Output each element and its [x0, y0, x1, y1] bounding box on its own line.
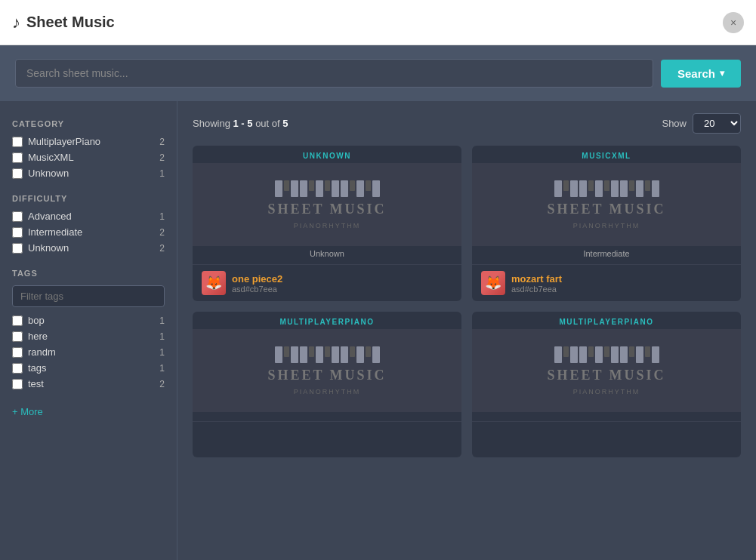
difficulty-count-unknown: 2 — [159, 243, 165, 254]
card-title: one piece2 — [232, 273, 282, 285]
piano-keys-top — [275, 180, 380, 197]
difficulty-label-intermediate: Intermediate — [28, 226, 82, 238]
piano-key — [563, 180, 569, 191]
piano-key — [309, 346, 314, 357]
search-input[interactable] — [15, 59, 653, 88]
avatar-image: 🦊 — [202, 271, 226, 295]
difficulty-checkbox-unknown[interactable] — [12, 243, 23, 254]
card-difficulty — [193, 412, 461, 421]
piano-key — [595, 180, 603, 197]
tags-filter-group: bop 1 here 1 randm 1 — [12, 315, 165, 389]
piano-key — [300, 180, 307, 197]
category-checkbox-unknown[interactable] — [12, 168, 23, 179]
tag-item-randm[interactable]: randm 1 — [12, 346, 165, 358]
tag-item-bop[interactable]: bop 1 — [12, 315, 165, 326]
piano-key — [372, 180, 380, 197]
card-category-label: MULTIPLAYERPIANO — [472, 312, 741, 329]
search-button[interactable]: Search ▾ — [661, 60, 741, 88]
tag-count-test: 2 — [159, 379, 165, 389]
tag-label-randm: randm — [28, 346, 56, 358]
difficulty-count-advanced: 1 — [159, 211, 165, 222]
difficulty-item-unknown[interactable]: Unknown 2 — [12, 242, 165, 254]
piano-thumbnail: SHEET MUSIC PIANORHYTHM — [547, 346, 665, 395]
piano-key — [579, 346, 587, 363]
tag-checkbox-test[interactable] — [12, 379, 23, 389]
chevron-down-icon: ▾ — [720, 68, 724, 78]
piano-key — [636, 346, 643, 363]
category-item-musicxml[interactable]: MusicXML 2 — [12, 152, 165, 163]
card-info: mozart fart asd#cb7eea — [511, 273, 562, 294]
tag-checkbox-tags[interactable] — [12, 363, 23, 374]
piano-key — [636, 180, 643, 197]
piano-key — [325, 180, 330, 191]
card-thumbnail: SHEET MUSIC PIANORHYTHM — [472, 329, 741, 412]
piano-keys-top — [275, 346, 380, 363]
more-tags-link[interactable]: + More — [12, 406, 43, 417]
piano-key — [356, 180, 364, 197]
tag-checkbox-bop[interactable] — [12, 315, 23, 326]
category-checkbox-multiplayerpiano[interactable] — [12, 137, 23, 147]
tag-item-test[interactable]: test 2 — [12, 378, 165, 389]
piano-key — [341, 180, 348, 197]
piano-key — [645, 180, 650, 191]
cards-grid: UNKNOWN — [193, 146, 741, 457]
tag-count-here: 1 — [159, 331, 165, 342]
avatar-image: 🦊 — [481, 271, 505, 295]
difficulty-checkbox-advanced[interactable] — [12, 211, 23, 222]
difficulty-section-title: DIFFICULTY — [12, 194, 165, 203]
card-difficulty: Unknown — [193, 246, 461, 264]
category-item-unknown[interactable]: Unknown 1 — [12, 168, 165, 179]
pianorhythm-text: PIANORHYTHM — [573, 388, 640, 395]
piano-key — [284, 180, 289, 191]
sheet-music-text: SHEET MUSIC — [267, 202, 386, 217]
piano-key — [350, 180, 355, 191]
difficulty-checkbox-intermediate[interactable] — [12, 227, 23, 238]
card-multiplayerpiano-4[interactable]: MULTIPLAYERPIANO — [472, 312, 741, 457]
piano-key — [652, 180, 659, 197]
tag-item-tags[interactable]: tags 1 — [12, 362, 165, 374]
difficulty-item-intermediate[interactable]: Intermediate 2 — [12, 226, 165, 238]
card-category-label: MUSICXML — [472, 146, 741, 163]
piano-key — [275, 180, 282, 197]
card-subtitle: asd#cb7eea — [511, 285, 562, 294]
difficulty-item-advanced[interactable]: Advanced 1 — [12, 211, 165, 222]
category-checkbox-musicxml[interactable] — [12, 152, 23, 163]
piano-key — [595, 346, 603, 363]
card-mozart-fart[interactable]: MUSICXML — [472, 146, 741, 301]
tag-checkbox-randm[interactable] — [12, 347, 23, 358]
tag-checkbox-here[interactable] — [12, 331, 23, 342]
show-label: Show — [662, 118, 687, 129]
card-info: one piece2 asd#cb7eea — [232, 273, 282, 294]
main-layout: CATEGORY MultiplayerPiano 2 MusicXML 2 — [0, 101, 756, 560]
card-one-piece2[interactable]: UNKNOWN — [193, 146, 461, 301]
piano-key — [284, 346, 289, 357]
tag-label-test: test — [28, 378, 44, 389]
category-section-title: CATEGORY — [12, 119, 165, 128]
category-item-multiplayerpiano[interactable]: MultiplayerPiano 2 — [12, 136, 165, 147]
piano-key — [645, 346, 650, 357]
piano-key — [570, 180, 578, 197]
piano-keys-top — [554, 346, 659, 363]
tags-filter-input[interactable] — [12, 285, 165, 307]
results-info: Showing 1 - 5 out of 5 — [193, 118, 289, 129]
search-button-label: Search — [677, 67, 715, 80]
show-select[interactable]: 20 10 50 100 — [693, 113, 741, 134]
card-thumbnail: SHEET MUSIC PIANORHYTHM — [472, 163, 741, 246]
close-button[interactable]: × — [723, 12, 744, 33]
pianorhythm-text: PIANORHYTHM — [573, 222, 640, 229]
piano-key — [316, 346, 323, 363]
card-subtitle: asd#cb7eea — [232, 285, 282, 294]
piano-key — [309, 180, 314, 191]
title-bar-left: ♪ Sheet Music — [12, 13, 115, 32]
tag-item-here[interactable]: here 1 — [12, 331, 165, 342]
avatar: 🦊 — [202, 271, 226, 295]
piano-key — [372, 346, 380, 363]
card-multiplayerpiano-3[interactable]: MULTIPLAYERPIANO — [193, 312, 461, 457]
tag-label-bop: bop — [28, 315, 45, 326]
category-filter-group: MultiplayerPiano 2 MusicXML 2 Unknown 1 — [12, 136, 165, 179]
tags-section-title: TAGS — [12, 269, 165, 278]
tag-count-tags: 1 — [159, 363, 165, 374]
piano-key — [620, 180, 628, 197]
piano-thumbnail: SHEET MUSIC PIANORHYTHM — [267, 180, 386, 229]
sidebar: CATEGORY MultiplayerPiano 2 MusicXML 2 — [0, 101, 177, 560]
